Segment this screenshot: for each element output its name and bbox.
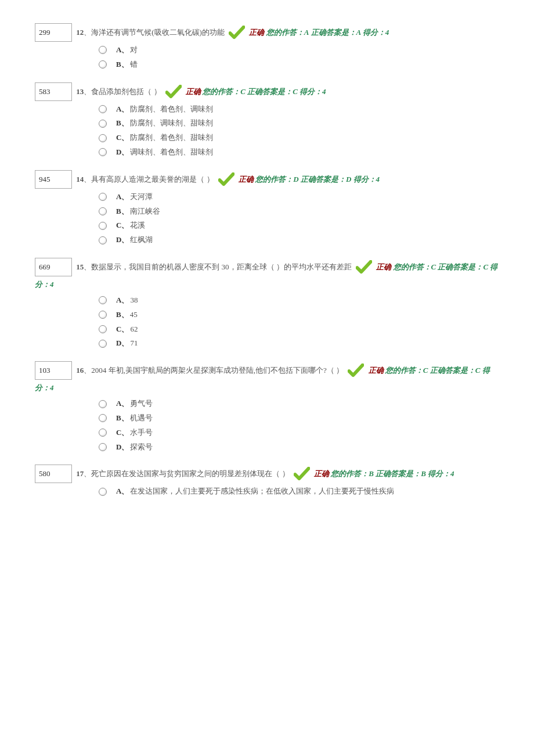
correct-label: 正确 xyxy=(314,469,329,478)
check-icon xyxy=(348,363,364,377)
correct-label: 正确 xyxy=(376,262,391,271)
option-label: D、 xyxy=(116,441,129,453)
option-row: A、38 xyxy=(99,294,499,307)
radio-icon[interactable] xyxy=(99,236,107,244)
question-13: 583 13、食品添加剂包括（ ） 正确 您的作答：C 正确答案是：C 得分：4… xyxy=(35,82,499,159)
option-label: A、 xyxy=(116,191,129,203)
radio-icon[interactable] xyxy=(99,46,107,54)
option-text: 防腐剂、调味剂、甜味剂 xyxy=(130,117,213,129)
question-15: 669 15、数据显示，我国目前的机器人密度不到 30，距离全球（ ）的平均水平… xyxy=(35,258,499,350)
radio-icon[interactable] xyxy=(99,222,107,230)
radio-icon[interactable] xyxy=(99,296,107,304)
radio-icon[interactable] xyxy=(99,443,107,451)
question-17: 580 17、死亡原因在发达国家与贫穷国家之间的明显差别体现在（ ） 正确 您的… xyxy=(35,465,499,498)
your-answer: 您的作答：C xyxy=(203,87,246,96)
correct-answer: 正确答案是：B 得分：4 xyxy=(376,469,454,478)
check-icon xyxy=(229,26,245,39)
correct-label: 正确 xyxy=(239,175,254,183)
question-id-box: 583 xyxy=(35,82,72,101)
option-label: C、 xyxy=(116,427,129,439)
option-text: 对 xyxy=(130,44,138,56)
question-header: 103 16、2004 年初,美国宇航局的两架火星探测车成功登陆,他们不包括下面… xyxy=(35,361,499,395)
option-row: A、在发达国家，人们主要死于感染性疾病；在低收入国家，人们主要死于慢性疾病 xyxy=(99,485,499,498)
question-text: 、死亡原因在发达国家与贫穷国家之间的明显差别体现在（ ） xyxy=(84,469,289,478)
option-row: D、红枫湖 xyxy=(99,234,499,246)
radio-icon[interactable] xyxy=(99,340,107,348)
radio-icon[interactable] xyxy=(99,400,107,408)
radio-icon[interactable] xyxy=(99,207,107,215)
option-label: B、 xyxy=(116,309,129,321)
option-label: A、 xyxy=(116,44,129,56)
radio-icon[interactable] xyxy=(99,193,107,201)
option-row: C、62 xyxy=(99,323,499,336)
option-label: A、 xyxy=(116,294,129,307)
option-label: B、 xyxy=(116,206,129,218)
radio-icon[interactable] xyxy=(99,325,107,333)
question-number: 16 xyxy=(76,366,84,375)
option-row: B、机遇号 xyxy=(99,412,499,424)
option-row: A、天河潭 xyxy=(99,191,499,203)
options-list: A、天河潭 B、南江峡谷 C、花溪 D、红枫湖 xyxy=(99,191,499,246)
radio-icon[interactable] xyxy=(99,134,107,142)
radio-icon[interactable] xyxy=(99,488,107,496)
radio-icon[interactable] xyxy=(99,148,107,156)
question-number: 17 xyxy=(76,469,84,478)
question-number: 12 xyxy=(76,28,84,37)
option-label: D、 xyxy=(116,146,129,159)
option-row: A、勇气号 xyxy=(99,398,499,410)
option-text: 防腐剂、着色剂、调味剂 xyxy=(130,103,213,116)
option-text: 勇气号 xyxy=(130,398,153,410)
question-header: 299 12、海洋还有调节气候(吸收二氧化碳)的功能 正确 您的作答：A 正确答… xyxy=(35,23,499,42)
check-icon xyxy=(356,260,372,274)
correct-label: 正确 xyxy=(249,28,264,37)
option-text: 红枫湖 xyxy=(130,234,153,246)
option-label: B、 xyxy=(116,59,129,71)
options-list: A、在发达国家，人们主要死于感染性疾病；在低收入国家，人们主要死于慢性疾病 xyxy=(99,485,499,498)
question-text: 、2004 年初,美国宇航局的两架火星探测车成功登陆,他们不包括下面哪个?（ ） xyxy=(84,366,344,375)
option-text: 南江峡谷 xyxy=(130,206,160,218)
radio-icon[interactable] xyxy=(99,429,107,437)
option-row: C、花溪 xyxy=(99,219,499,232)
question-id-box: 580 xyxy=(35,465,72,483)
option-row: D、调味剂、着色剂、甜味剂 xyxy=(99,146,499,159)
option-row: C、防腐剂、着色剂、甜味剂 xyxy=(99,132,499,144)
radio-icon[interactable] xyxy=(99,120,107,128)
options-list: A、勇气号 B、机遇号 C、水手号 D、探索号 xyxy=(99,398,499,453)
your-answer: 您的作答：B xyxy=(331,469,374,478)
option-label: C、 xyxy=(116,132,129,144)
question-header: 945 14、具有高原人造湖之最美誉的湖是（ ） 正确 您的作答：D 正确答案是… xyxy=(35,170,499,189)
radio-icon[interactable] xyxy=(99,105,107,113)
question-number: 13 xyxy=(76,87,84,96)
question-header: 583 13、食品添加剂包括（ ） 正确 您的作答：C 正确答案是：C 得分：4 xyxy=(35,82,499,101)
radio-icon[interactable] xyxy=(99,311,107,319)
option-row: D、探索号 xyxy=(99,441,499,453)
question-12: 299 12、海洋还有调节气候(吸收二氧化碳)的功能 正确 您的作答：A 正确答… xyxy=(35,23,499,71)
question-header: 580 17、死亡原因在发达国家与贫穷国家之间的明显差别体现在（ ） 正确 您的… xyxy=(35,465,499,483)
radio-icon[interactable] xyxy=(99,60,107,69)
correct-answer: 正确答案是：A 得分：4 xyxy=(311,28,389,37)
option-row: A、防腐剂、着色剂、调味剂 xyxy=(99,103,499,116)
option-row: C、水手号 xyxy=(99,427,499,439)
option-row: A、对 xyxy=(99,44,499,56)
question-text: 、食品添加剂包括（ ） xyxy=(84,87,161,96)
option-label: D、 xyxy=(116,337,129,350)
option-text: 62 xyxy=(130,323,138,336)
correct-label: 正确 xyxy=(186,87,201,96)
your-answer: 您的作答：C xyxy=(394,262,436,271)
option-row: B、防腐剂、调味剂、甜味剂 xyxy=(99,117,499,129)
option-text: 71 xyxy=(130,337,138,350)
question-id-box: 669 xyxy=(35,258,72,276)
option-label: A、 xyxy=(116,103,129,116)
question-id-box: 299 xyxy=(35,23,72,42)
question-text: 、具有高原人造湖之最美誉的湖是（ ） xyxy=(84,175,214,183)
option-text: 花溪 xyxy=(130,219,145,232)
option-text: 水手号 xyxy=(130,427,153,439)
question-text: 、数据显示，我国目前的机器人密度不到 30，距离全球（ ）的平均水平还有差距 xyxy=(84,262,352,271)
your-answer: 您的作答：C xyxy=(385,366,428,375)
option-row: B、45 xyxy=(99,309,499,321)
question-16: 103 16、2004 年初,美国宇航局的两架火星探测车成功登陆,他们不包括下面… xyxy=(35,361,499,453)
option-text: 调味剂、着色剂、甜味剂 xyxy=(130,146,213,159)
options-list: A、38 B、45 C、62 D、71 xyxy=(99,294,499,350)
radio-icon[interactable] xyxy=(99,414,107,422)
check-icon xyxy=(165,85,182,99)
